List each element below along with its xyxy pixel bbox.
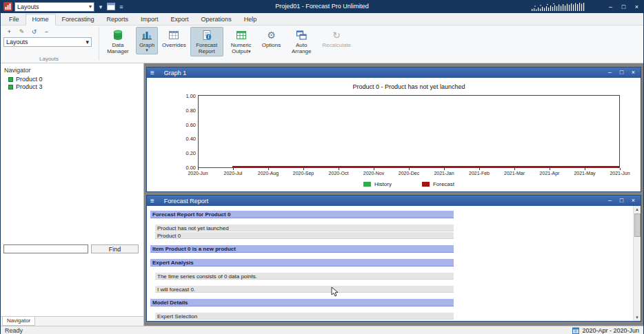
x-tick-label: 2020-Nov — [363, 171, 384, 176]
report-row: Product 0 — [155, 232, 454, 239]
maximize-button[interactable]: □ — [616, 196, 627, 206]
report-row: Expert Selection — [155, 313, 454, 320]
scroll-down-icon[interactable]: ▼ — [634, 314, 641, 321]
report-document-icon — [201, 29, 212, 41]
layouts-combo[interactable]: Layouts ▾ — [3, 37, 92, 47]
tree-item-product-0[interactable]: Product 0 — [8, 76, 143, 83]
status-bar: Ready 2020-Apr - 2020-Jun — [1, 326, 643, 334]
forecast-report-label: Forecast Report — [193, 42, 221, 54]
tab-file[interactable]: File — [3, 14, 26, 25]
edit-layout-button[interactable]: ✎ — [17, 28, 26, 36]
data-manager-label: Data Manager — [104, 42, 132, 54]
navigator-panel: Navigator Product 0 Product 3 Find Navig… — [1, 63, 144, 326]
find-input[interactable] — [3, 244, 88, 253]
layouts-combo-value: Layouts — [6, 39, 28, 45]
auto-arrange-button[interactable]: Auto Arrange — [285, 27, 318, 56]
report-body: Forecast Report for Product 0 Product ha… — [147, 206, 641, 321]
tab-operations[interactable]: Operations — [195, 14, 238, 25]
minimize-button[interactable]: – — [604, 196, 616, 206]
overrides-button[interactable]: Overrides — [159, 27, 189, 50]
qat-customize-icon[interactable]: ≡ — [117, 2, 125, 12]
close-button[interactable]: × — [627, 196, 639, 206]
report-section-header: Forecast Report for Product 0 — [150, 211, 454, 218]
overrides-label: Overrides — [162, 42, 186, 48]
x-tick-label: 2021-Jun — [610, 171, 630, 176]
remove-layout-button[interactable]: − — [42, 28, 51, 36]
numeric-output-button[interactable]: Numeric Output▾ — [225, 27, 258, 56]
history-swatch — [363, 182, 371, 187]
titlebar-right: – □ × — [531, 1, 643, 12]
plot-area: 1.00 0.80 0.60 0.40 0.20 0.00 — [198, 95, 620, 168]
product-icon — [8, 77, 13, 82]
app-window: Projed01 - Forecast Pro Unlimited Layout… — [0, 0, 644, 334]
maximize-button[interactable]: □ — [616, 67, 627, 78]
ribbon: + ✎ ↺ − Layouts ▾ Layouts Data Manager G… — [1, 25, 643, 63]
titlebar-sparkline — [531, 2, 597, 12]
minimize-button[interactable]: – — [604, 67, 616, 78]
app-icon[interactable] — [3, 2, 12, 11]
options-button[interactable]: ⚙ Options — [259, 27, 284, 50]
tab-home[interactable]: Home — [26, 14, 56, 25]
main-area: Navigator Product 0 Product 3 Find Navig… — [1, 63, 643, 326]
save-layout-icon[interactable] — [107, 3, 115, 10]
navigator-tree: Product 0 Product 3 — [1, 76, 143, 90]
x-tick-label: 2021-Jan — [434, 171, 454, 176]
numeric-grid-icon — [236, 29, 247, 41]
quick-access-toolbar: Layouts ▾ ▾ ≡ — [1, 2, 125, 12]
chart-title: Product 0 - Product has not yet launched — [198, 83, 620, 91]
tab-help[interactable]: Help — [238, 14, 263, 25]
titlebar: Projed01 - Forecast Pro Unlimited Layout… — [1, 0, 643, 13]
data-manager-button[interactable]: Data Manager — [101, 27, 134, 56]
report-window-title: Forecast Report — [164, 198, 209, 205]
graph-button[interactable]: Graph ▾ — [136, 27, 158, 54]
add-layout-button[interactable]: + — [5, 28, 14, 36]
status-date-range: 2020-Apr - 2020-Jun — [582, 327, 639, 334]
window-menu-icon[interactable]: ≡ — [150, 67, 154, 78]
window-menu-icon[interactable]: ≡ — [150, 196, 154, 206]
qat-dropdown-icon[interactable]: ▾ — [97, 2, 105, 12]
windows-icon — [296, 29, 307, 41]
tab-export[interactable]: Export — [165, 14, 195, 25]
navigator-bottom-tab[interactable]: Navigator — [2, 317, 35, 326]
y-tick-label: 0.00 — [185, 165, 196, 171]
database-icon — [112, 29, 123, 41]
find-button[interactable]: Find — [91, 244, 139, 253]
titlebar-layouts-combo-value: Layouts — [17, 3, 39, 10]
scrollbar-thumb[interactable] — [634, 213, 641, 237]
chart-legend: History Forecast — [198, 181, 620, 187]
forecast-report-button[interactable]: Forecast Report — [190, 27, 223, 56]
minimize-button[interactable]: – — [604, 1, 617, 12]
report-row: I will forecast 0. — [155, 286, 454, 293]
report-row: Product has not yet launched — [155, 225, 454, 231]
graph-window-titlebar[interactable]: ≡ Graph 1 – □ × — [147, 67, 641, 78]
report-section-header: Expert Analysis — [150, 259, 454, 267]
tree-item-label: Product 3 — [16, 83, 43, 90]
tab-reports[interactable]: Reports — [101, 14, 135, 25]
tree-item-product-3[interactable]: Product 3 — [8, 83, 143, 90]
gear-icon: ⚙ — [267, 30, 276, 40]
recalculate-label: Recalculate — [322, 42, 351, 48]
close-button[interactable]: × — [630, 1, 643, 12]
x-tick-label: 2020-Sep — [293, 171, 314, 176]
undo-layout-button[interactable]: ↺ — [30, 28, 39, 36]
chevron-down-icon: ▾ — [85, 39, 89, 45]
mouse-cursor — [331, 286, 339, 298]
forecast-report-window: ≡ Forecast Report – □ × Forecast Report … — [146, 195, 641, 322]
tab-import[interactable]: Import — [134, 14, 165, 25]
titlebar-layouts-combo[interactable]: Layouts ▾ — [14, 2, 94, 12]
navigator-panel-title: Navigator — [1, 63, 143, 76]
tab-forecasting[interactable]: Forecasting — [56, 14, 101, 25]
report-window-titlebar[interactable]: ≡ Forecast Report – □ × — [147, 196, 641, 206]
chevron-down-icon: ▾ — [248, 49, 251, 54]
mdi-workspace: ≡ Graph 1 – □ × Product 0 - Product has … — [144, 63, 643, 326]
close-button[interactable]: × — [627, 67, 639, 78]
report-rows: Forecast Report for Product 0 Product ha… — [147, 206, 641, 320]
report-section-header: Model Details — [150, 299, 454, 306]
legend-forecast-label: Forecast — [433, 181, 454, 187]
recalculate-button[interactable]: ↻ Recalculate — [319, 27, 354, 50]
report-scrollbar[interactable]: ▲ ▼ — [633, 206, 641, 321]
scroll-up-icon[interactable]: ▲ — [634, 206, 641, 213]
y-tick-label: 0.80 — [185, 107, 196, 113]
maximize-button[interactable]: □ — [617, 1, 630, 12]
product-icon — [8, 85, 13, 90]
